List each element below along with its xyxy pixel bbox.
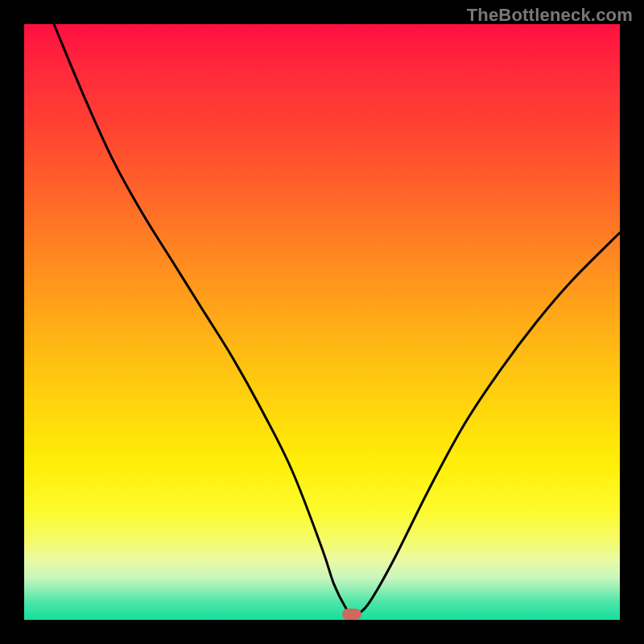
chart-frame: TheBottleneck.com bbox=[0, 0, 644, 644]
minimum-marker bbox=[342, 609, 361, 620]
plot-area bbox=[24, 24, 620, 620]
bottleneck-curve bbox=[24, 24, 620, 620]
curve-path bbox=[54, 24, 620, 615]
attribution-label: TheBottleneck.com bbox=[467, 5, 633, 26]
